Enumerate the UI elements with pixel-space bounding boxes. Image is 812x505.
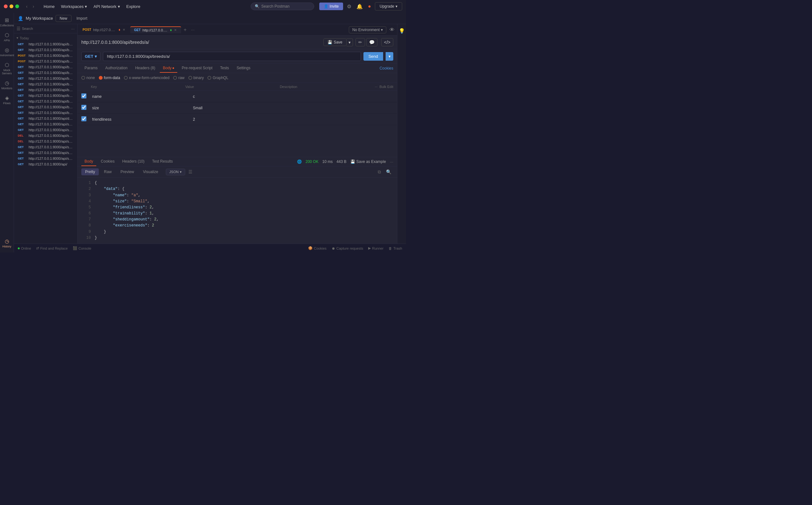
body-option-binary[interactable]: binary xyxy=(188,75,204,80)
list-item[interactable]: GEThttp://127.0.0.1:8000/api/breeds/ xyxy=(16,64,75,70)
close-traffic-light[interactable] xyxy=(4,4,8,8)
runner-button[interactable]: ▶ Runner xyxy=(368,246,383,250)
form-key-input[interactable] xyxy=(91,105,192,111)
form-description-input[interactable] xyxy=(293,94,393,100)
body-option-none[interactable]: none xyxy=(81,75,95,80)
method-selector[interactable]: GET ▾ xyxy=(81,52,101,61)
tab-tests[interactable]: Tests xyxy=(217,64,232,73)
form-key-input[interactable] xyxy=(91,117,192,122)
list-item[interactable]: GEThttp://127.0.0.1:8000/api/students/ xyxy=(16,150,75,156)
url-input[interactable] xyxy=(103,52,361,61)
edit-icon-button[interactable]: ✏ xyxy=(355,38,365,46)
sidebar-item-environments[interactable]: ◎ Environments xyxy=(1,45,13,59)
res-view-preview[interactable]: Preview xyxy=(117,168,138,175)
list-item[interactable]: GEThttp://127.0.0.1:8000/api/ xyxy=(16,161,75,167)
new-button[interactable]: New xyxy=(55,15,71,22)
search-bar[interactable]: 🔍 Search Postman xyxy=(251,3,314,10)
history-search-input[interactable] xyxy=(22,27,70,30)
home-nav[interactable]: Home xyxy=(41,3,57,10)
tab-close-button[interactable]: ✕ xyxy=(173,28,177,32)
list-item[interactable]: GEThttp://127.0.0.1:8000/api/breeds/ xyxy=(16,104,75,110)
maximize-traffic-light[interactable] xyxy=(15,4,19,8)
list-item[interactable]: GEThttp://127.0.0.1:8000/api/breeds/a/ xyxy=(16,41,75,47)
upgrade-button[interactable]: Upgrade ▾ xyxy=(375,2,402,10)
form-value-input[interactable] xyxy=(192,94,292,100)
row-checkbox[interactable] xyxy=(81,116,87,121)
res-tab-body[interactable]: Body xyxy=(81,157,96,166)
history-group-today[interactable]: ▾ Today xyxy=(16,35,75,41)
trash-button[interactable]: 🗑 Trash xyxy=(388,246,402,250)
tab-close-button[interactable]: ✕ xyxy=(122,28,126,31)
import-button[interactable]: Import xyxy=(74,15,90,22)
sidebar-item-flows[interactable]: ◈ Flows xyxy=(1,93,13,107)
add-tab-button[interactable]: + xyxy=(182,27,188,33)
list-item[interactable]: GEThttp://127.0.0.1:8000/api/breeds/a/ xyxy=(16,75,75,81)
list-item[interactable]: GEThttp://127.0.0.1:8000/api/breeds/a xyxy=(16,99,75,104)
tab-post[interactable]: POST http://127.0.0.1:8000/a... ✕ xyxy=(79,27,130,33)
list-item[interactable]: GEThttp://127.0.0.1:8000/api/breeds/a/ xyxy=(16,70,75,75)
right-panel-button[interactable]: 💡 xyxy=(397,27,406,35)
list-item[interactable]: DELhttp://127.0.0.1:8000/api/students/ xyxy=(16,133,75,139)
sidebar-item-monitors[interactable]: ◷ Monitors xyxy=(1,78,13,92)
list-item[interactable]: GEThttp://127.0.0.1:8000/api/breeds/ xyxy=(16,81,75,87)
list-item[interactable]: GEThttp://127.0.0.1:8000/api/breeds/ xyxy=(16,47,75,53)
tab-body[interactable]: Body xyxy=(160,64,177,73)
row-checkbox[interactable] xyxy=(81,105,87,110)
explore-nav[interactable]: Explore xyxy=(124,3,143,10)
tab-headers[interactable]: Headers (8) xyxy=(132,64,158,73)
json-format-selector[interactable]: JSON ▾ xyxy=(166,169,185,175)
filter-button[interactable]: ☰ xyxy=(186,169,194,175)
list-item[interactable]: GEThttp://127.0.0.1:8000/api/breeds/a/ xyxy=(16,93,75,99)
save-example-button[interactable]: 💾 Save as Example xyxy=(350,159,386,164)
list-item[interactable]: GEThttp://127.0.0.1:8000/api/student... xyxy=(16,144,75,150)
body-option-urlencoded[interactable]: x-www-form-urlencoded xyxy=(124,75,169,80)
list-item[interactable]: GEThttp://127.0.0.1:8000/api/students xyxy=(16,156,75,161)
res-tab-cookies[interactable]: Cookies xyxy=(98,157,118,166)
send-dropdown-button[interactable]: ▾ xyxy=(386,52,393,61)
res-tab-test-results[interactable]: Test Results xyxy=(149,157,176,166)
form-key-input[interactable] xyxy=(91,94,192,100)
save-dropdown-button[interactable]: ▾ xyxy=(347,38,353,46)
forward-button[interactable]: › xyxy=(31,3,36,10)
cookies-link[interactable]: Cookies xyxy=(380,66,393,70)
environment-selector[interactable]: No Environment ▾ xyxy=(349,26,386,33)
workspaces-nav[interactable]: Workspaces ▾ xyxy=(58,3,90,10)
tab-params[interactable]: Params xyxy=(81,64,101,73)
code-button[interactable]: </> xyxy=(381,38,393,46)
response-more-button[interactable]: ··· xyxy=(390,159,393,164)
list-item[interactable]: POSThttp://127.0.0.1:8000/api/breeds/ xyxy=(16,53,75,58)
history-filter-button[interactable]: ☰ xyxy=(16,26,21,31)
form-value-input[interactable] xyxy=(192,117,292,122)
back-button[interactable]: ‹ xyxy=(24,3,29,10)
settings-button[interactable]: ⚙ xyxy=(346,2,353,11)
list-item[interactable]: DELhttp://127.0.0.1:8000/api/student... xyxy=(16,139,75,144)
console-button[interactable]: ⬛ Console xyxy=(73,246,91,250)
find-replace-button[interactable]: ⇄ Find and Replace xyxy=(36,246,68,250)
row-checkbox[interactable] xyxy=(81,94,87,99)
sidebar-item-apis[interactable]: ⬡ APIs xyxy=(1,30,13,44)
send-button[interactable]: Send xyxy=(363,52,383,61)
tab-authorization[interactable]: Authorization xyxy=(102,64,131,73)
body-option-form-data[interactable]: form-data xyxy=(99,75,120,80)
list-item[interactable]: POSThttp://127.0.0.1:8000/api/breeds/ xyxy=(16,58,75,64)
copy-response-button[interactable]: ⧉ xyxy=(376,169,383,175)
status-indicator[interactable]: Online xyxy=(18,246,31,250)
minimize-traffic-light[interactable] xyxy=(10,4,13,8)
env-quick-look-button[interactable]: 👁 xyxy=(388,26,396,34)
cookies-button[interactable]: 🍪 Cookies xyxy=(308,246,327,250)
form-description-input[interactable] xyxy=(293,117,393,122)
tab-pre-request[interactable]: Pre-request Script xyxy=(179,64,216,73)
form-description-input[interactable] xyxy=(293,105,393,111)
list-item[interactable]: GEThttp://127.0.0.1:8000/api/students/ xyxy=(16,121,75,127)
avatar-button[interactable]: ● xyxy=(367,2,372,10)
api-network-nav[interactable]: API Network ▾ xyxy=(91,3,122,10)
list-item[interactable]: GEThttp://127.0.0.1:8000/api/students/ xyxy=(16,127,75,133)
res-view-visualize[interactable]: Visualize xyxy=(139,168,162,175)
comment-icon-button[interactable]: 💬 xyxy=(366,38,377,46)
notification-button[interactable]: 🔔 xyxy=(355,2,364,11)
list-item[interactable]: GEThttp://127.0.0.1:8000/api/breed/ xyxy=(16,110,75,116)
tabs-more-button[interactable]: ··· xyxy=(189,27,196,32)
history-more-button[interactable]: ··· xyxy=(71,26,75,31)
search-response-button[interactable]: 🔍 xyxy=(384,169,393,175)
bulk-edit-label[interactable]: Bulk Edit xyxy=(380,85,393,89)
